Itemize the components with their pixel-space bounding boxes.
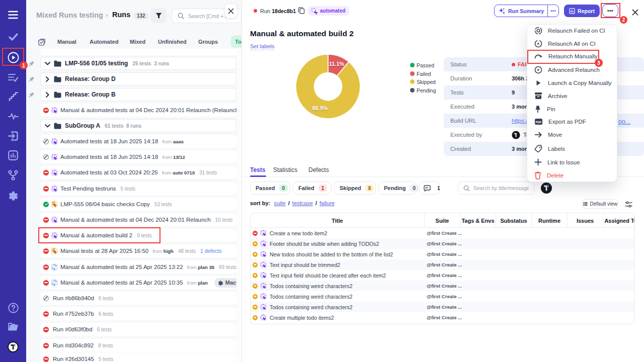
svg-text:88.9%: 88.9% xyxy=(312,105,328,111)
svg-text:11.1%: 11.1% xyxy=(329,61,345,67)
svg-text:PDF: PDF xyxy=(536,121,542,124)
